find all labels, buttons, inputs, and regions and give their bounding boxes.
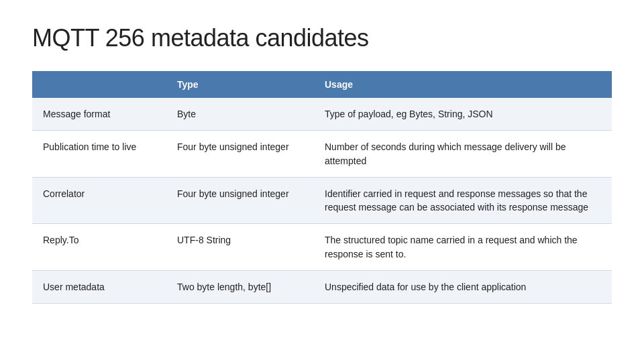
cell-name: Message format <box>32 98 166 131</box>
cell-usage: Identifier carried in request and respon… <box>314 177 612 224</box>
col-header-type: Type <box>166 71 314 98</box>
cell-type: Four byte unsigned integer <box>166 131 314 178</box>
cell-type: Byte <box>166 98 314 131</box>
cell-type: Four byte unsigned integer <box>166 177 314 224</box>
cell-name: Publication time to live <box>32 131 166 178</box>
cell-usage: The structured topic name carried in a r… <box>314 224 612 271</box>
col-header-usage: Usage <box>314 71 612 98</box>
cell-usage: Number of seconds during which message d… <box>314 131 612 178</box>
metadata-table: Type Usage Message formatByteType of pay… <box>32 71 612 304</box>
cell-name: Correlator <box>32 177 166 224</box>
table-header-row: Type Usage <box>32 71 612 98</box>
col-header-name <box>32 71 166 98</box>
table-row: Reply.ToUTF-8 StringThe structured topic… <box>32 224 612 271</box>
cell-type: Two byte length, byte[] <box>166 271 314 304</box>
table-row: User metadataTwo byte length, byte[]Unsp… <box>32 271 612 304</box>
table-row: Publication time to liveFour byte unsign… <box>32 131 612 178</box>
cell-usage: Unspecified data for use by the client a… <box>314 271 612 304</box>
table-row: CorrelatorFour byte unsigned integerIden… <box>32 177 612 224</box>
main-page: MQTT 256 metadata candidates Type Usage … <box>0 0 644 320</box>
page-title: MQTT 256 metadata candidates <box>32 24 612 52</box>
table-row: Message formatByteType of payload, eg By… <box>32 98 612 131</box>
cell-type: UTF-8 String <box>166 224 314 271</box>
cell-usage: Type of payload, eg Bytes, String, JSON <box>314 98 612 131</box>
cell-name: Reply.To <box>32 224 166 271</box>
cell-name: User metadata <box>32 271 166 304</box>
